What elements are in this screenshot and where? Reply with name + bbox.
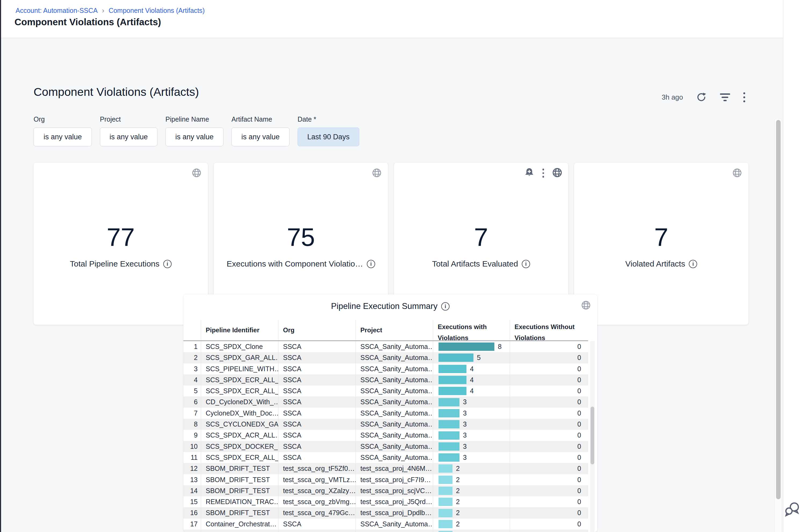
- violations-bar: [438, 387, 466, 395]
- violations-value: 5: [477, 352, 481, 363]
- row-number: 8: [183, 419, 201, 430]
- cell-executions-without-violations: 0: [510, 419, 588, 430]
- tile-value: 7: [574, 223, 748, 252]
- table-scrollbar[interactable]: [590, 341, 595, 532]
- info-icon[interactable]: i: [163, 260, 172, 268]
- column-header-pipeline-identifier[interactable]: Pipeline Identifier: [201, 320, 278, 340]
- cell-project: test_ssca_proj_4N6M…: [356, 463, 433, 474]
- globe-icon[interactable]: [191, 168, 202, 179]
- table-row[interactable]: 3 SCS_PIPELINE_WITH… SSCA SSCA_Sanity_Au…: [183, 363, 588, 375]
- violations-bar: [438, 498, 452, 506]
- cell-executions-with-violations: 3: [433, 452, 510, 463]
- cell-pipeline-identifier: SCS_SPDX_ECR_ALL_…: [201, 452, 278, 463]
- cell-org: SSCA: [278, 441, 356, 452]
- table-row[interactable]: 1 SCS_SPDX_Clone SSCA SSCA_Sanity_Automa…: [183, 341, 588, 352]
- row-number: 10: [183, 441, 201, 452]
- cell-project: SSCA_Sanity_Automa…: [356, 375, 433, 385]
- cell-project: SSCA_Sanity_Automa…: [356, 396, 433, 407]
- table-row[interactable]: 8 SCS_CYCLONEDX_GA… SSCA SSCA_Sanity_Aut…: [183, 419, 588, 430]
- globe-icon[interactable]: [371, 168, 382, 179]
- cell-org: SSCA: [278, 518, 356, 530]
- dashboard-controls: 3h ago: [662, 92, 745, 102]
- globe-icon[interactable]: [732, 168, 743, 179]
- info-icon[interactable]: i: [522, 260, 530, 268]
- globe-icon[interactable]: [551, 167, 563, 179]
- table-row[interactable]: 9 SCS_SPDX_ACR_ALL… SSCA SSCA_Sanity_Aut…: [183, 430, 588, 441]
- info-icon[interactable]: i: [689, 260, 697, 268]
- violations-bar: [438, 453, 460, 462]
- kebab-menu-icon[interactable]: [743, 92, 745, 102]
- cell-executions-without-violations: 0: [510, 375, 588, 385]
- column-header-executions-without-violations[interactable]: Executions Without Violations: [510, 320, 588, 340]
- table-row[interactable]: 6 CD_CycloneDX_With_… SSCA SSCA_Sanity_A…: [183, 396, 588, 407]
- cell-executions-without-violations: 0: [510, 485, 588, 496]
- table-row[interactable]: 16 SBOM_DRIFT_TEST test_ssca_org_479Gc… …: [183, 507, 588, 518]
- chat-icon[interactable]: [783, 500, 802, 519]
- cell-pipeline-identifier: SCS_SPDX_Clone: [201, 341, 278, 352]
- cell-pipeline-identifier: SCS_PIPELINE_WITH…: [201, 363, 278, 375]
- cell-pipeline-identifier: SBOM_DRIFT_TEST: [201, 485, 278, 496]
- violations-bar: [438, 398, 460, 406]
- cell-pipeline-identifier: [201, 530, 278, 532]
- breadcrumb-account-link[interactable]: Account: Automation-SSCA: [16, 7, 98, 15]
- cell-executions-without-violations: 0: [510, 518, 588, 530]
- header-line: Executions with: [438, 321, 487, 332]
- cell-org: test_ssca_org_VMTLz…: [278, 474, 356, 485]
- page-scrollbar[interactable]: [774, 119, 782, 532]
- filter-org-value[interactable]: is any value: [34, 128, 92, 146]
- table-row[interactable]: [183, 530, 588, 532]
- cell-executions-without-violations: 0: [510, 385, 588, 396]
- cell-org: SSCA: [278, 341, 356, 352]
- table-row[interactable]: 2 SCS_SPDX_GAR_ALL… SSCA SSCA_Sanity_Aut…: [183, 352, 588, 363]
- violations-value: 4: [470, 385, 474, 396]
- table-row[interactable]: 10 SCS_SPDX_DOCKER_… SSCA SSCA_Sanity_Au…: [183, 441, 588, 452]
- violations-value: 3: [463, 441, 467, 452]
- cell-executions-with-violations: 4: [433, 363, 510, 375]
- table-row[interactable]: 15 REMEDIATION_TRAC… test_ssca_org_zbVmg…: [183, 496, 588, 507]
- cell-org: [278, 530, 356, 532]
- bell-plus-icon[interactable]: [524, 167, 535, 179]
- cell-pipeline-identifier: Container_Orchestrat…: [201, 518, 278, 530]
- breadcrumb-page-link[interactable]: Component Violations (Artifacts): [109, 7, 205, 15]
- globe-icon[interactable]: [581, 300, 591, 311]
- table-scrollbar-thumb[interactable]: [591, 407, 594, 464]
- filter-date-label: Date *: [298, 115, 359, 123]
- column-header-org[interactable]: Org: [278, 320, 356, 340]
- violations-value: 2: [456, 463, 460, 474]
- row-number: 9: [183, 430, 201, 441]
- cell-executions-without-violations: 0: [510, 341, 588, 352]
- refresh-icon[interactable]: [696, 92, 707, 102]
- header-line: Executions Without: [515, 321, 575, 332]
- filter-project-value[interactable]: is any value: [100, 128, 157, 146]
- filter-artifact-name-value[interactable]: is any value: [231, 128, 289, 146]
- column-header-project[interactable]: Project: [356, 320, 433, 340]
- cell-executions-with-violations: 2: [433, 485, 510, 496]
- table-row[interactable]: 13 SBOM_DRIFT_TEST test_ssca_org_VMTLz… …: [183, 474, 588, 485]
- filter-pipeline-name-value[interactable]: is any value: [165, 128, 223, 146]
- cell-pipeline-identifier: SBOM_DRIFT_TEST: [201, 474, 278, 485]
- column-header-executions-with-violations[interactable]: Executions with Violations: [433, 320, 510, 340]
- cell-pipeline-identifier: SCS_SPDX_GAR_ALL…: [201, 352, 278, 363]
- page-scrollbar-thumb[interactable]: [776, 120, 781, 499]
- row-number: 12: [183, 463, 201, 474]
- table-row[interactable]: 14 SBOM_DRIFT_TEST test_ssca_org_XZalzy……: [183, 485, 588, 496]
- kebab-menu-icon[interactable]: [542, 169, 544, 178]
- cell-project: SSCA_Sanity_Automa…: [356, 518, 433, 530]
- table-row[interactable]: 12 SBOM_DRIFT_TEST test_ssca_org_tF5Zf0……: [183, 463, 588, 474]
- cell-executions-with-violations: 3: [433, 419, 510, 430]
- table-row[interactable]: 5 SCS_SPDX_ECR_ALL_… SSCA SSCA_Sanity_Au…: [183, 385, 588, 396]
- info-icon[interactable]: i: [441, 302, 450, 310]
- table-row[interactable]: 7 CycloneDX_With_Doc… SSCA SSCA_Sanity_A…: [183, 408, 588, 419]
- violations-bar: [438, 342, 494, 351]
- cell-executions-with-violations: 4: [433, 375, 510, 385]
- table-row[interactable]: 4 SCS_SPDX_ECR_ALL_… SSCA SSCA_Sanity_Au…: [183, 375, 588, 385]
- row-number: 15: [183, 496, 201, 507]
- filter-icon[interactable]: [720, 93, 730, 101]
- info-icon[interactable]: i: [367, 260, 375, 268]
- tile-value: 7: [394, 223, 568, 252]
- cell-org: SSCA: [278, 452, 356, 463]
- filter-date-value[interactable]: Last 90 Days: [298, 128, 359, 146]
- table-row[interactable]: 11 SCS_SPDX_ECR_ALL_… SSCA SSCA_Sanity_A…: [183, 452, 588, 463]
- cell-project: SSCA_Sanity_Automa…: [356, 452, 433, 463]
- table-row[interactable]: 17 Container_Orchestrat… SSCA SSCA_Sanit…: [183, 518, 588, 530]
